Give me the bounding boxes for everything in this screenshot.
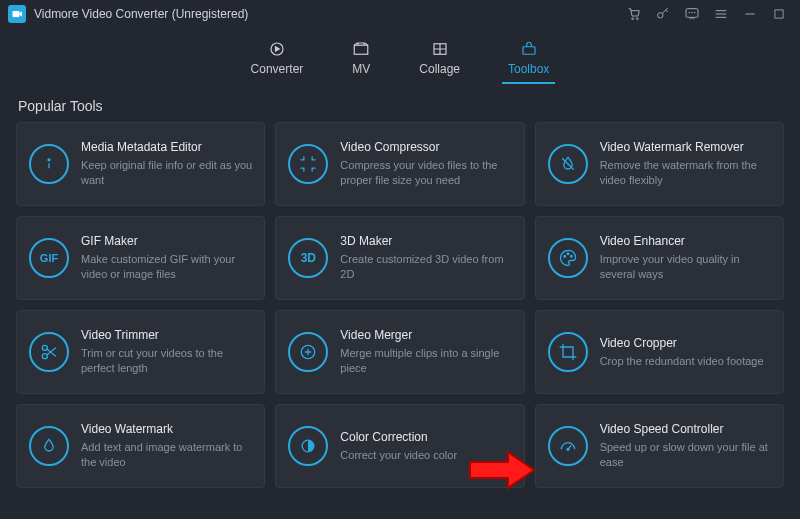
tool-desc: Correct your video color	[340, 448, 511, 463]
tool-video-enhancer[interactable]: Video Enhancer Improve your video qualit…	[535, 216, 784, 300]
tab-label: Converter	[251, 62, 304, 76]
tool-color-correction[interactable]: Color Correction Correct your video colo…	[275, 404, 524, 488]
svg-point-2	[636, 18, 638, 20]
tool-desc: Compress your video files to the proper …	[340, 158, 511, 188]
tool-video-watermark[interactable]: Video Watermark Add text and image water…	[16, 404, 265, 488]
tab-mv[interactable]: MV	[351, 40, 371, 84]
tool-title: 3D Maker	[340, 234, 511, 248]
svg-point-14	[563, 256, 565, 258]
tab-toolbox[interactable]: Toolbox	[508, 40, 549, 84]
feedback-icon[interactable]	[679, 3, 705, 25]
tool-3d-maker[interactable]: 3D 3D Maker Create customized 3D video f…	[275, 216, 524, 300]
merge-icon	[288, 332, 328, 372]
maximize-icon[interactable]	[766, 3, 792, 25]
tool-title: Video Compressor	[340, 140, 511, 154]
no-drop-icon	[548, 144, 588, 184]
tool-desc: Trim or cut your videos to the perfect l…	[81, 346, 252, 376]
tool-title: Color Correction	[340, 430, 511, 444]
app-logo-icon	[8, 5, 26, 23]
tab-label: Collage	[419, 62, 460, 76]
tool-title: Video Cropper	[600, 336, 771, 350]
tool-title: Video Watermark Remover	[600, 140, 771, 154]
menu-icon[interactable]	[708, 3, 734, 25]
tab-label: MV	[352, 62, 370, 76]
drop-icon	[29, 426, 69, 466]
info-icon	[29, 144, 69, 184]
tool-video-cropper[interactable]: Video Cropper Crop the redundant video f…	[535, 310, 784, 394]
tool-video-merger[interactable]: Video Merger Merge multiple clips into a…	[275, 310, 524, 394]
window-title: Vidmore Video Converter (Unregistered)	[34, 7, 248, 21]
minimize-icon[interactable]	[737, 3, 763, 25]
svg-point-16	[570, 256, 572, 258]
svg-rect-12	[523, 47, 535, 55]
tool-desc: Improve your video quality in several wa…	[600, 252, 771, 282]
svg-point-21	[567, 448, 569, 450]
color-icon	[288, 426, 328, 466]
compress-icon	[288, 144, 328, 184]
svg-rect-8	[775, 10, 783, 18]
tool-desc: Speed up or slow down your file at ease	[600, 440, 771, 470]
main-tabs: Converter MV Collage Toolbox	[0, 28, 800, 84]
tool-desc: Merge multiple clips into a single piece	[340, 346, 511, 376]
tools-grid: Media Metadata Editor Keep original file…	[0, 122, 800, 504]
crop-icon	[548, 332, 588, 372]
svg-point-15	[567, 253, 569, 255]
tool-title: Video Watermark	[81, 422, 252, 436]
title-bar: Vidmore Video Converter (Unregistered)	[0, 0, 800, 28]
tool-title: Media Metadata Editor	[81, 140, 252, 154]
key-icon[interactable]	[650, 3, 676, 25]
tool-video-speed-controller[interactable]: Video Speed Controller Speed up or slow …	[535, 404, 784, 488]
gauge-icon	[548, 426, 588, 466]
tool-desc: Keep original file info or edit as you w…	[81, 158, 252, 188]
tool-desc: Remove the watermark from the video flex…	[600, 158, 771, 188]
tool-title: GIF Maker	[81, 234, 252, 248]
three-d-icon: 3D	[288, 238, 328, 278]
cart-icon[interactable]	[621, 3, 647, 25]
tool-desc: Add text and image watermark to the vide…	[81, 440, 252, 470]
tool-title: Video Trimmer	[81, 328, 252, 342]
tool-video-compressor[interactable]: Video Compressor Compress your video fil…	[275, 122, 524, 206]
svg-point-3	[658, 13, 663, 18]
tool-title: Video Merger	[340, 328, 511, 342]
section-title: Popular Tools	[0, 84, 800, 122]
tool-video-trimmer[interactable]: Video Trimmer Trim or cut your videos to…	[16, 310, 265, 394]
svg-point-7	[694, 12, 695, 13]
tool-title: Video Speed Controller	[600, 422, 771, 436]
svg-point-1	[632, 18, 634, 20]
scissors-icon	[29, 332, 69, 372]
tool-title: Video Enhancer	[600, 234, 771, 248]
gif-icon: GIF	[29, 238, 69, 278]
svg-rect-0	[13, 11, 20, 17]
tool-desc: Create customized 3D video from 2D	[340, 252, 511, 282]
tool-watermark-remover[interactable]: Video Watermark Remover Remove the water…	[535, 122, 784, 206]
palette-icon	[548, 238, 588, 278]
tool-media-metadata-editor[interactable]: Media Metadata Editor Keep original file…	[16, 122, 265, 206]
svg-rect-10	[355, 45, 369, 54]
svg-point-13	[48, 159, 50, 161]
tool-desc: Make customized GIF with your video or i…	[81, 252, 252, 282]
tab-converter[interactable]: Converter	[251, 40, 304, 84]
svg-point-6	[692, 12, 693, 13]
tab-label: Toolbox	[508, 62, 549, 76]
tool-gif-maker[interactable]: GIF GIF Maker Make customized GIF with y…	[16, 216, 265, 300]
tool-desc: Crop the redundant video footage	[600, 354, 771, 369]
tab-collage[interactable]: Collage	[419, 40, 460, 84]
svg-point-5	[689, 12, 690, 13]
